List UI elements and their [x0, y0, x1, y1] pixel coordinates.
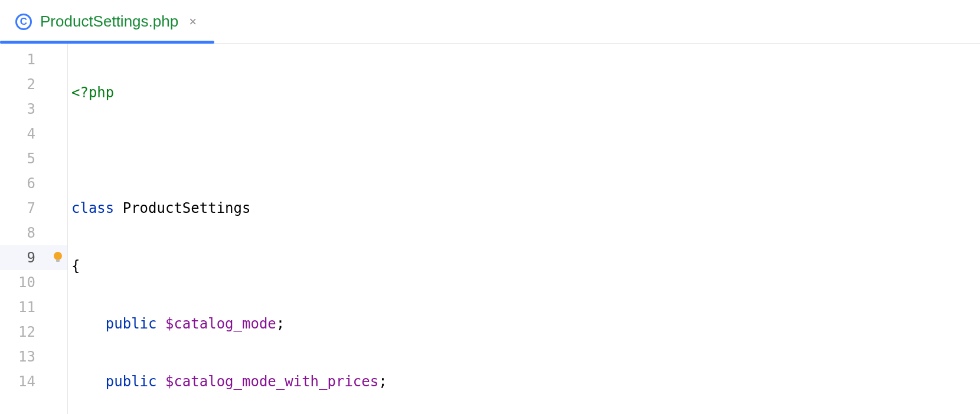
line-number: 13 [0, 344, 67, 369]
line-number: 6 [0, 171, 67, 196]
line-number: 7 [0, 196, 67, 221]
code-line: { [68, 254, 980, 278]
line-number: 3 [0, 97, 67, 121]
line-number: 10 [0, 270, 67, 295]
tab-productsettings[interactable]: C ProductSettings.php × [0, 0, 214, 43]
line-number: 1 [0, 47, 67, 72]
svg-point-0 [54, 252, 62, 260]
file-class-icon: C [15, 14, 32, 30]
gutter: 1 2 3 4 5 6 7 8 9 10 11 12 13 14 [0, 44, 68, 414]
close-icon[interactable]: × [187, 14, 199, 29]
svg-rect-1 [56, 259, 60, 262]
line-number: 12 [0, 320, 67, 344]
line-number: 11 [0, 295, 67, 320]
editor[interactable]: 1 2 3 4 5 6 7 8 9 10 11 12 13 14 <?php c… [0, 44, 980, 414]
line-number: 14 [0, 369, 67, 394]
intention-bulb-icon[interactable] [51, 251, 65, 265]
line-number: 9 [0, 245, 67, 270]
line-number: 4 [0, 121, 67, 146]
code-line: <?php [68, 80, 980, 105]
code-line: public $catalog_mode; [68, 311, 980, 336]
code-area[interactable]: <?php class ProductSettings { public $ca… [68, 44, 980, 414]
line-number: 8 [0, 221, 67, 245]
code-line [68, 138, 980, 163]
line-number: 5 [0, 146, 67, 171]
code-line: class ProductSettings [68, 196, 980, 221]
code-line: public $catalog_mode_with_prices; [68, 369, 980, 394]
tab-label: ProductSettings.php [40, 12, 178, 31]
line-number: 2 [0, 72, 67, 97]
tab-bar: C ProductSettings.php × [0, 0, 980, 44]
